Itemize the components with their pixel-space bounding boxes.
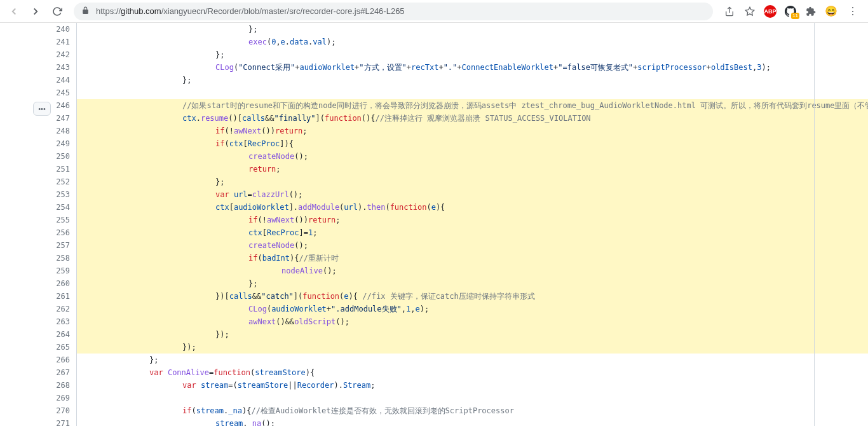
url-text: https://github.com/xiangyuecn/Recorder/b…	[96, 6, 405, 16]
line-number[interactable]: 271	[38, 417, 70, 426]
line-number[interactable]: 242	[38, 48, 70, 61]
browser-toolbar: https://github.com/xiangyuecn/Recorder/b…	[0, 0, 868, 23]
code-line[interactable]: ctx.resume()[calls&&"finally"](function(…	[76, 112, 868, 125]
line-number[interactable]: 259	[38, 265, 70, 277]
line-number[interactable]: 248	[38, 125, 70, 137]
lock-icon	[81, 6, 90, 17]
forward-button[interactable]	[27, 3, 44, 20]
code-line[interactable]: if(badInt){//重新计时	[76, 252, 868, 265]
code-line[interactable]: CLog(audioWorklet+".addModule失败",1,e);	[76, 303, 868, 315]
line-number[interactable]: 268	[38, 379, 70, 392]
code-line[interactable]: return;	[76, 163, 868, 175]
code-line[interactable]: ctx[audioWorklet].addModule(url).then(fu…	[76, 201, 868, 214]
code-line[interactable]: var stream=(streamStore||Recorder).Strea…	[76, 379, 868, 392]
line-number[interactable]: 243	[38, 61, 70, 74]
code-line[interactable]: };	[76, 354, 868, 366]
line-number[interactable]: 245	[38, 86, 70, 99]
line-number[interactable]: 240	[38, 23, 70, 36]
code-line[interactable]	[76, 86, 868, 99]
expand-code-button[interactable]: •••	[33, 102, 51, 116]
code-line[interactable]: createNode();	[76, 239, 868, 252]
github-extension-icon[interactable]: 11	[784, 5, 797, 18]
line-number[interactable]: 266	[38, 354, 70, 366]
abp-extension-icon[interactable]: ABP	[764, 5, 776, 18]
code-line[interactable]: if(stream._na){//检查AudioWorklet连接是否有效，无效…	[76, 404, 868, 417]
code-line[interactable]: if(ctx[RecProc]){	[76, 137, 868, 150]
code-view: 2402412422432442452462472482492502512522…	[0, 23, 868, 426]
line-number[interactable]: 256	[38, 226, 70, 239]
svg-marker-1	[745, 7, 754, 15]
extension-icons: ABP 11 😄 ⋮	[721, 5, 863, 18]
code-line[interactable]: });	[76, 328, 868, 341]
code-line[interactable]: if(!awNext())return;	[76, 214, 868, 226]
code-line[interactable]: })[calls&&"catch"](function(e){ //fix 关键…	[76, 290, 868, 303]
code-line[interactable]: };	[76, 23, 868, 36]
code-line[interactable]: };	[76, 175, 868, 188]
line-number[interactable]: 262	[38, 303, 70, 315]
code-line[interactable]: createNode();	[76, 150, 868, 163]
share-icon[interactable]	[723, 5, 736, 18]
address-bar[interactable]: https://github.com/xiangyuecn/Recorder/b…	[74, 3, 713, 20]
line-number[interactable]: 244	[38, 74, 70, 86]
line-number[interactable]: 269	[38, 392, 70, 404]
line-number[interactable]: 241	[38, 36, 70, 48]
line-number[interactable]: 252	[38, 175, 70, 188]
content-right-border	[814, 23, 815, 426]
bookmark-star-icon[interactable]	[743, 5, 756, 18]
line-number[interactable]: 260	[38, 277, 70, 290]
line-number[interactable]: 270	[38, 404, 70, 417]
chrome-menu-icon[interactable]: ⋮	[845, 5, 860, 17]
code-line[interactable]: var url=clazzUrl();	[76, 188, 868, 201]
code-line[interactable]: ctx[RecProc]=1;	[76, 226, 868, 239]
line-number[interactable]: 261	[38, 290, 70, 303]
code-line[interactable]: };	[76, 277, 868, 290]
reload-button[interactable]	[48, 3, 66, 20]
line-number[interactable]: 265	[38, 341, 70, 354]
emoji-extension-icon[interactable]: 😄	[825, 5, 837, 18]
line-number[interactable]: 257	[38, 239, 70, 252]
code-lines[interactable]: };exec(0,e.data.val);};CLog("Connect采用"+…	[76, 23, 868, 426]
code-line[interactable]: if(!awNext())return;	[76, 125, 868, 137]
code-line[interactable]: CLog("Connect采用"+audioWorklet+"方式，设置"+re…	[76, 61, 868, 74]
extensions-puzzle-icon[interactable]	[804, 5, 817, 18]
line-number[interactable]: 255	[38, 214, 70, 226]
code-line[interactable]: stream._na();	[76, 417, 868, 426]
code-line[interactable]: awNext()&&oldScript();	[76, 315, 868, 328]
line-number[interactable]: 263	[38, 315, 70, 328]
line-number-gutter[interactable]: 2402412422432442452462472482492502512522…	[38, 23, 76, 426]
code-line[interactable]: };	[76, 48, 868, 61]
back-button[interactable]	[5, 3, 23, 20]
line-number[interactable]: 253	[38, 188, 70, 201]
line-number[interactable]: 254	[38, 201, 70, 214]
code-line[interactable]: nodeAlive();	[76, 265, 868, 277]
code-line[interactable]: };	[76, 74, 868, 86]
line-number[interactable]: 267	[38, 366, 70, 379]
code-line[interactable]: exec(0,e.data.val);	[76, 36, 868, 48]
line-number[interactable]: 251	[38, 163, 70, 175]
line-number[interactable]: 258	[38, 252, 70, 265]
code-line[interactable]: var ConnAlive=function(streamStore){	[76, 366, 868, 379]
code-line[interactable]: //如果start时的resume和下面的构造node同时进行，将会导致部分浏览…	[76, 99, 868, 112]
line-number[interactable]: 249	[38, 137, 70, 150]
code-line[interactable]	[76, 392, 868, 404]
code-line[interactable]: });	[76, 341, 868, 354]
line-number[interactable]: 250	[38, 150, 70, 163]
line-number[interactable]: 264	[38, 328, 70, 341]
